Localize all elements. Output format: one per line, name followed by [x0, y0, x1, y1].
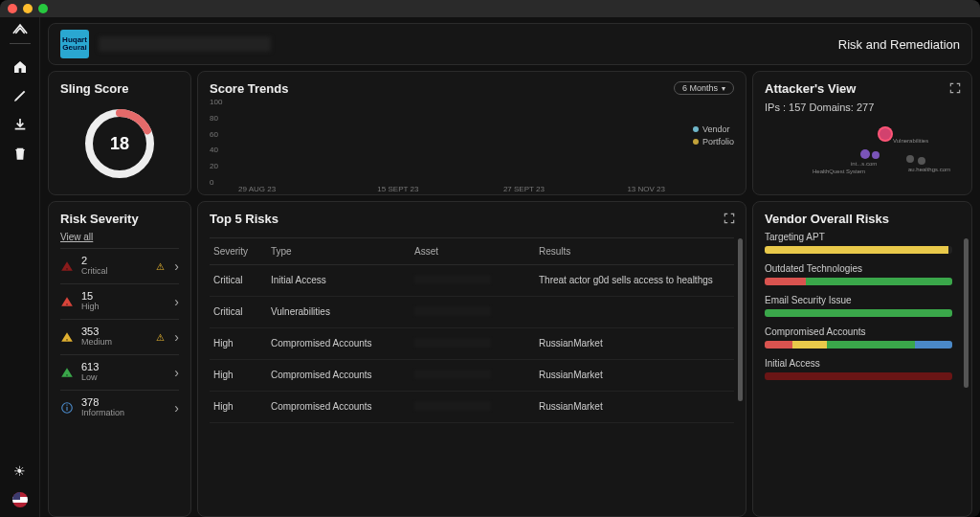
attack-graph[interactable]: Vulnerabilities int...s.com au.healthgs.… — [765, 121, 960, 178]
chevron-right-icon: › — [174, 329, 179, 345]
svg-rect-18 — [66, 374, 67, 375]
severity-triangle-icon — [60, 330, 74, 344]
vendor-risk-label: Email Security Issue — [765, 295, 952, 305]
svg-rect-21 — [66, 405, 67, 406]
expand-icon[interactable] — [723, 212, 736, 225]
trends-range-dropdown[interactable]: 6 Months ▾ — [674, 81, 734, 95]
severity-triangle-icon — [60, 259, 74, 273]
top-risks-card: Top 5 Risks Severity Type Asset Results … — [197, 201, 746, 517]
attackers-view-title: Attacker's View — [765, 81, 960, 96]
scrollbar[interactable] — [964, 238, 969, 510]
vendor-risk-bar — [765, 309, 952, 317]
page-title: Risk and Remediation — [838, 37, 960, 52]
svg-rect-16 — [66, 303, 67, 304]
table-row[interactable]: HighCompromised AccountsRussianMarket — [210, 392, 734, 423]
score-trends-card: Score Trends 6 Months ▾ 100 80 60 40 20 … — [197, 71, 746, 195]
vendor-risk-item: Outdated Technologies — [765, 263, 952, 285]
attackers-view-stats: IPs : 157 Domains: 277 — [765, 101, 960, 113]
vendor-risk-bar — [765, 246, 952, 254]
table-row[interactable]: HighCompromised AccountsRussianMarket — [210, 328, 734, 360]
vendor-name-redacted — [99, 36, 271, 52]
score-trends-title: Score Trends — [210, 81, 734, 96]
sling-score-donut: 18 — [82, 106, 157, 181]
chevron-right-icon: › — [174, 365, 179, 380]
attackers-view-card: Attacker's View IPs : 157 Domains: 277 V… — [752, 71, 972, 195]
severity-item[interactable]: 353Medium⚠› — [60, 319, 179, 354]
trash-icon[interactable] — [12, 146, 28, 161]
vendor-risk-label: Outdated Technologies — [765, 263, 952, 274]
locale-flag-us-icon[interactable] — [12, 492, 28, 507]
scrollbar[interactable] — [738, 238, 743, 510]
chevron-right-icon: › — [174, 294, 179, 309]
view-all-link[interactable]: View all — [60, 232, 179, 242]
sling-score-title: Sling Score — [60, 81, 179, 96]
trends-legend: Vendor Portfolio — [693, 124, 734, 149]
expand-icon[interactable] — [948, 81, 962, 95]
theme-sun-icon[interactable]: ☀ — [12, 463, 28, 479]
vendor-risk-label: Compromised Accounts — [765, 326, 952, 337]
vendor-risk-bar — [765, 372, 952, 380]
info-icon — [60, 401, 74, 415]
vendor-risk-item: Compromised Accounts — [765, 326, 952, 348]
sling-score-card: Sling Score 18 — [48, 71, 191, 195]
vendor-logo: HuqartGeurai — [60, 30, 89, 58]
nav-rail: ☀ — [0, 17, 40, 517]
risks-table-header: Severity Type Asset Results — [210, 237, 734, 265]
severity-triangle-icon — [60, 295, 74, 308]
severity-item[interactable]: 613Low› — [60, 354, 179, 390]
table-row[interactable]: HighCompromised AccountsRussianMarket — [210, 360, 734, 392]
severity-item[interactable]: 15High› — [60, 283, 179, 319]
window-titlebar — [0, 0, 980, 17]
vendor-risk-bar — [765, 341, 952, 348]
warning-icon: ⚠ — [156, 332, 165, 343]
table-row[interactable]: CriticalInitial AccessThreat actor g0d s… — [210, 265, 734, 297]
vendor-risk-label: Initial Access — [765, 358, 952, 369]
warning-icon: ⚠ — [156, 261, 165, 272]
severity-item[interactable]: 378Information› — [60, 390, 179, 425]
home-icon[interactable] — [12, 59, 28, 75]
window-max-dot[interactable] — [38, 4, 48, 13]
window-min-dot[interactable] — [23, 4, 33, 13]
vendor-risks-title: Vendor Overall Risks — [765, 212, 960, 226]
sling-score-value: 18 — [82, 106, 157, 181]
top-risks-title: Top 5 Risks — [210, 212, 734, 226]
svg-rect-20 — [66, 407, 67, 411]
vendor-risk-bar — [765, 278, 952, 285]
vendor-risks-card: Vendor Overall Risks Targeting APTOutdat… — [752, 201, 972, 517]
vendor-risk-item: Targeting APT — [765, 232, 952, 254]
vendor-risk-label: Targeting APT — [765, 232, 952, 242]
svg-rect-15 — [66, 268, 67, 269]
severity-item[interactable]: 2Critical⚠› — [60, 248, 179, 283]
risk-severity-card: Risk Severity View all 2Critical⚠›15High… — [48, 201, 191, 517]
svg-rect-17 — [66, 339, 67, 340]
risk-severity-title: Risk Severity — [60, 212, 179, 226]
chevron-right-icon: › — [174, 258, 179, 274]
score-trends-chart: 100 80 60 40 20 0 29 AUG 23 15 SEPT 23 2… — [210, 101, 734, 182]
page-header: HuqartGeurai Risk and Remediation — [48, 23, 972, 65]
chevron-down-icon: ▾ — [722, 84, 725, 93]
pencil-icon[interactable] — [12, 88, 28, 103]
window-close-dot[interactable] — [8, 4, 17, 13]
download-icon[interactable] — [12, 117, 28, 132]
vendor-risk-item: Email Security Issue — [765, 295, 952, 317]
severity-triangle-icon — [60, 366, 74, 379]
app-logo-icon[interactable] — [10, 23, 31, 44]
vendor-risk-item: Initial Access — [765, 358, 952, 380]
chevron-right-icon: › — [174, 400, 179, 416]
table-row[interactable]: CriticalVulnerabilities — [210, 297, 734, 328]
